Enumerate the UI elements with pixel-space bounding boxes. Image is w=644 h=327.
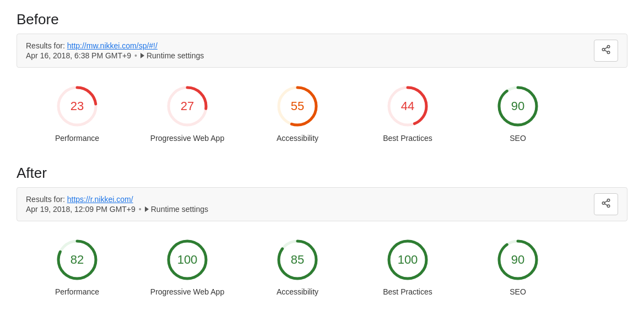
score-value-accessibility: 55 <box>291 99 304 113</box>
score-value-best-practices: 44 <box>401 99 414 113</box>
score-label-best-practices: Best Practices <box>383 287 432 296</box>
svg-line-18 <box>604 204 607 205</box>
score-label-progressive-web-app: Progressive Web App <box>150 287 224 296</box>
score-circle-accessibility: 85 <box>275 238 320 282</box>
score-label-progressive-web-app: Progressive Web App <box>150 134 224 143</box>
after-meta: Results for: https://r.nikkei.com/ Apr 1… <box>26 195 208 214</box>
before-runtime-label[interactable]: Runtime settings <box>147 51 204 60</box>
score-circle-performance: 82 <box>55 238 99 282</box>
before-results-label: Results for: <box>26 41 65 50</box>
before-section: Before Results for: http://mw.nikkei.com… <box>17 11 627 148</box>
after-url[interactable]: https://r.nikkei.com/ <box>67 195 133 204</box>
score-circle-seo: 90 <box>496 84 540 128</box>
before-runtime[interactable]: Runtime settings <box>140 51 204 60</box>
score-label-accessibility: Accessibility <box>277 134 318 143</box>
score-value-performance: 23 <box>71 99 84 113</box>
svg-line-19 <box>604 201 607 203</box>
score-circle-accessibility: 55 <box>275 84 320 128</box>
score-value-best-practices: 100 <box>398 253 418 267</box>
after-runtime-label[interactable]: Runtime settings <box>151 205 208 214</box>
score-label-best-practices: Best Practices <box>383 134 432 143</box>
after-runtime-arrow[interactable] <box>145 206 149 212</box>
before-title: Before <box>17 11 627 28</box>
score-label-performance: Performance <box>55 287 99 296</box>
after-results-label: Results for: <box>26 195 65 204</box>
before-result-bar: Results for: http://mw.nikkei.com/sp/#!/… <box>17 34 627 68</box>
score-circle-best-practices: 44 <box>386 84 430 128</box>
before-scores-row: 23 Performance 27 Progressive Web App 55… <box>17 79 627 148</box>
score-item-seo: 90 SEO <box>463 238 573 296</box>
score-item-best-practices: 100 Best Practices <box>353 238 463 296</box>
score-item-accessibility: 85 Accessibility <box>242 238 353 296</box>
share-icon <box>601 45 611 54</box>
score-circle-seo: 90 <box>496 238 540 282</box>
score-circle-progressive-web-app: 100 <box>165 238 209 282</box>
score-label-accessibility: Accessibility <box>277 287 318 296</box>
score-label-seo: SEO <box>510 287 526 296</box>
after-scores-row: 82 Performance 100 Progressive Web App 8… <box>17 232 627 302</box>
score-value-seo: 90 <box>511 99 524 113</box>
score-label-seo: SEO <box>510 134 526 143</box>
before-share-button[interactable] <box>594 40 618 62</box>
after-title: After <box>17 165 627 182</box>
after-runtime[interactable]: Runtime settings <box>145 205 208 214</box>
after-result-bar: Results for: https://r.nikkei.com/ Apr 1… <box>17 187 627 221</box>
before-dot: • <box>134 51 137 60</box>
score-value-seo: 90 <box>511 253 524 267</box>
share-icon <box>601 198 611 208</box>
after-dot: • <box>139 205 142 214</box>
score-item-seo: 90 SEO <box>463 84 573 143</box>
after-section: After Results for: https://r.nikkei.com/… <box>17 165 627 302</box>
score-circle-performance: 23 <box>55 84 99 128</box>
after-share-button[interactable] <box>594 193 618 215</box>
score-circle-progressive-web-app: 27 <box>165 84 209 128</box>
score-label-performance: Performance <box>55 134 99 143</box>
after-date: Apr 19, 2018, 12:09 PM GMT+9 <box>26 205 136 214</box>
score-value-performance: 82 <box>71 253 84 267</box>
score-circle-best-practices: 100 <box>386 238 430 282</box>
before-runtime-arrow[interactable] <box>140 53 144 58</box>
before-url[interactable]: http://mw.nikkei.com/sp/#!/ <box>67 41 158 50</box>
score-value-accessibility: 85 <box>291 253 304 267</box>
score-item-progressive-web-app: 27 Progressive Web App <box>132 84 242 143</box>
svg-line-3 <box>604 50 607 52</box>
score-value-progressive-web-app: 27 <box>181 99 194 113</box>
score-item-accessibility: 55 Accessibility <box>242 84 353 143</box>
svg-line-4 <box>604 47 607 49</box>
before-meta: Results for: http://mw.nikkei.com/sp/#!/… <box>26 41 204 60</box>
score-item-performance: 82 Performance <box>22 238 132 296</box>
score-item-performance: 23 Performance <box>22 84 132 143</box>
score-item-best-practices: 44 Best Practices <box>353 84 463 143</box>
before-date: Apr 16, 2018, 6:38 PM GMT+9 <box>26 51 131 60</box>
score-item-progressive-web-app: 100 Progressive Web App <box>132 238 242 296</box>
score-value-progressive-web-app: 100 <box>177 253 198 267</box>
